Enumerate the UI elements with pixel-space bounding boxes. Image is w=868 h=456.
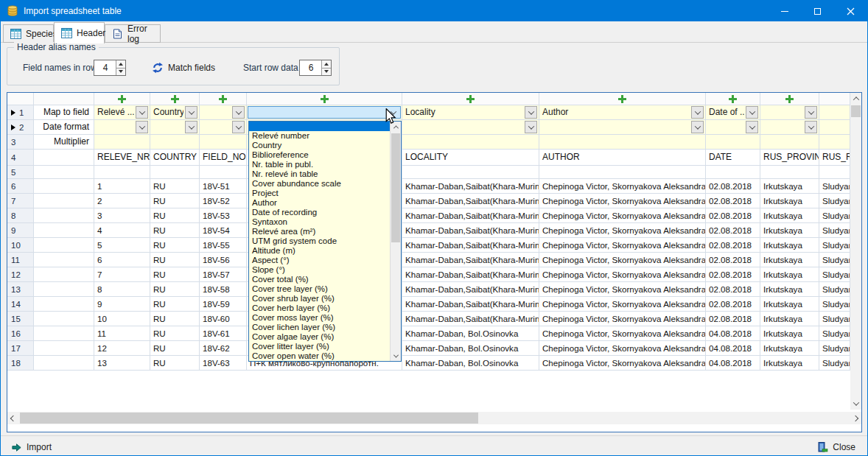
data-cell[interactable]: 18V-63 xyxy=(200,356,247,370)
data-cell[interactable]: 1 xyxy=(94,179,150,193)
scroll-left-button[interactable] xyxy=(7,412,19,424)
data-cell[interactable]: 10 xyxy=(94,312,150,326)
data-cell[interactable]: 02.08.2018 xyxy=(706,282,760,296)
data-cell[interactable]: Khamar-Daban, Bol.Osinovka xyxy=(402,341,539,355)
combo-dropdown-button[interactable] xyxy=(525,106,537,119)
map-field-combo[interactable]: Locality xyxy=(403,106,538,119)
scroll-down-button[interactable] xyxy=(850,398,861,410)
multiplier-cell[interactable] xyxy=(402,135,539,149)
field-name-header-cell[interactable]: RELEVE_NR xyxy=(94,150,150,165)
spin-up-button[interactable] xyxy=(116,60,125,68)
data-cell[interactable]: Irkutskaya xyxy=(760,297,819,311)
dropdown-item[interactable]: Nr. relevé in table xyxy=(249,169,390,179)
field-name-header-cell[interactable]: FIELD_NO xyxy=(200,150,247,165)
start-row-data-spinner[interactable]: 6 xyxy=(299,60,332,76)
date-format-cell[interactable] xyxy=(200,120,247,134)
spinner-value[interactable]: 6 xyxy=(301,60,321,75)
data-cell[interactable]: Sludyans xyxy=(819,267,850,281)
map-field-combo[interactable]: Relevé ... xyxy=(95,106,149,119)
map-field-combo[interactable]: Country xyxy=(151,106,198,119)
map-field-combo[interactable]: Date of ... xyxy=(707,106,759,119)
data-cell[interactable]: Sludyans xyxy=(819,223,850,237)
data-cell[interactable]: Khamar-Daban,Saibat(Khara-Murin) xyxy=(402,194,539,208)
data-cell[interactable]: 02.08.2018 xyxy=(706,194,760,208)
field-name-header-cell[interactable]: LOCALITY xyxy=(402,150,539,165)
data-cell[interactable]: 18V-62 xyxy=(200,341,247,355)
field-name-header-cell[interactable]: COUNTRY xyxy=(150,150,200,165)
data-cell[interactable]: 2 xyxy=(94,194,150,208)
data-cell[interactable]: 18V-58 xyxy=(200,282,247,296)
dropdown-item[interactable]: Cover shrub layer (%) xyxy=(249,294,390,304)
data-cell[interactable]: 3 xyxy=(94,208,150,222)
empty-cell[interactable] xyxy=(706,166,760,178)
dropdown-item[interactable]: Cover algae layer (%) xyxy=(249,332,390,342)
tab-error-log[interactable]: Error log xyxy=(105,24,161,43)
data-cell[interactable]: Chepinoga Victor, Skornyakova Aleksandra xyxy=(539,238,706,252)
data-cell[interactable]: Irkutskaya xyxy=(760,223,819,237)
add-column-button[interactable] xyxy=(618,95,626,103)
map-to-field-cell[interactable]: Country xyxy=(150,105,200,119)
map-to-field-cell[interactable]: Locality xyxy=(402,105,539,119)
data-cell[interactable]: Sludyans xyxy=(819,194,850,208)
data-cell[interactable]: Irkutskaya xyxy=(760,208,819,222)
data-cell[interactable]: 02.08.2018 xyxy=(706,208,760,222)
data-cell[interactable]: Sludyans xyxy=(819,208,850,222)
empty-cell[interactable] xyxy=(760,166,819,178)
combo-dropdown-button[interactable] xyxy=(746,106,758,119)
multiplier-cell[interactable] xyxy=(819,135,850,149)
map-field-combo[interactable] xyxy=(403,121,538,133)
combo-dropdown-button[interactable] xyxy=(136,121,148,133)
map-to-field-cell[interactable] xyxy=(760,105,819,119)
data-cell[interactable]: Chepinoga Victor, Skornyakova Aleksandra xyxy=(539,253,706,267)
dropdown-item[interactable]: Project xyxy=(249,189,390,198)
data-cell[interactable]: Irkutskaya xyxy=(760,282,819,296)
date-format-cell[interactable] xyxy=(94,120,150,134)
data-cell[interactable]: Sludyans xyxy=(819,326,850,340)
map-to-field-cell[interactable]: Relevé ... xyxy=(94,105,150,119)
data-cell[interactable]: Sludyans xyxy=(819,356,850,370)
data-cell[interactable]: RU xyxy=(150,297,200,311)
data-cell[interactable]: Chepinoga Victor, Skornyakova Aleksandra xyxy=(539,297,706,311)
data-cell[interactable]: 02.08.2018 xyxy=(706,179,760,193)
data-cell[interactable]: 18V-57 xyxy=(200,267,247,281)
data-cell[interactable]: 04.08.2018 xyxy=(706,341,760,355)
data-cell[interactable]: Chepinoga Victor, Skornyakova Aleksandra xyxy=(539,208,706,222)
data-cell[interactable]: Irkutskaya xyxy=(760,267,819,281)
vertical-scrollbar[interactable] xyxy=(850,93,861,410)
data-cell[interactable]: Khamar-Daban,Saibat(Khara-Murin) xyxy=(402,282,539,296)
multiplier-cell[interactable] xyxy=(706,135,760,149)
scrollbar-thumb[interactable] xyxy=(851,105,861,117)
add-column-button[interactable] xyxy=(118,95,126,103)
data-cell[interactable]: Khamar-Daban,Saibat(Khara-Murin) xyxy=(402,312,539,326)
map-field-combo[interactable] xyxy=(95,121,149,133)
field-names-in-row-spinner[interactable]: 4 xyxy=(94,60,126,76)
combo-dropdown-button[interactable] xyxy=(691,121,704,133)
data-cell[interactable]: Sludyans xyxy=(819,282,850,296)
map-field-combo[interactable] xyxy=(248,106,401,119)
empty-cell[interactable] xyxy=(539,166,706,178)
dropdown-item[interactable]: Date of recording xyxy=(249,208,390,217)
data-cell[interactable]: 18V-52 xyxy=(200,194,247,208)
data-cell[interactable]: RU xyxy=(150,267,200,281)
data-cell[interactable]: 02.08.2018 xyxy=(706,238,760,252)
data-cell[interactable]: Sludyans xyxy=(819,341,850,355)
multiplier-cell[interactable] xyxy=(760,135,819,149)
data-cell[interactable]: Khamar-Daban,Saibat(Khara-Murin) xyxy=(402,208,539,222)
data-cell[interactable]: Khamar-Daban,Saibat(Khara-Murin) xyxy=(402,238,539,252)
minimize-button[interactable] xyxy=(768,1,801,21)
dropdown-item[interactable]: Altitude (m) xyxy=(249,246,390,256)
map-field-combo[interactable] xyxy=(761,106,818,119)
combo-dropdown-button[interactable] xyxy=(525,121,537,133)
date-format-cell[interactable] xyxy=(819,120,850,134)
data-cell[interactable]: RU xyxy=(150,238,200,252)
map-field-combo[interactable] xyxy=(151,121,198,133)
spin-up-button[interactable] xyxy=(322,60,331,68)
add-column-button[interactable] xyxy=(466,95,475,103)
scroll-right-button[interactable] xyxy=(850,412,861,424)
map-field-combo[interactable] xyxy=(540,121,704,133)
data-cell[interactable]: Chepinoga Victor, Skornyakova Aleksandra xyxy=(539,282,706,296)
data-cell[interactable]: Chepinoga Victor, Skornyakova Aleksandra xyxy=(539,179,706,193)
spin-down-button[interactable] xyxy=(322,68,331,76)
data-cell[interactable]: Chepinoga Victor, Skornyakova Aleksandra xyxy=(539,267,706,281)
data-cell[interactable]: Khamar-Daban,Saibat(Khara-Murin) xyxy=(402,297,539,311)
